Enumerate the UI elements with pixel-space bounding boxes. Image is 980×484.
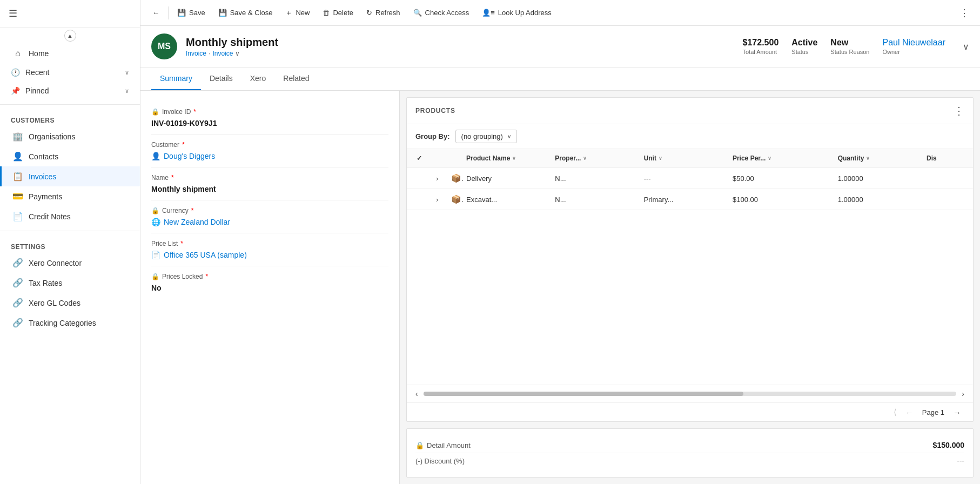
sidebar-item-invoices[interactable]: 📋 Invoices [0, 166, 140, 186]
td-product-icon-1: 📦 [448, 172, 463, 184]
sidebar-item-credit-notes[interactable]: 📄 Credit Notes [0, 206, 140, 226]
record-type1-link[interactable]: Invoice [186, 50, 206, 57]
tab-summary[interactable]: Summary [151, 68, 201, 90]
pinned-chevron-icon: ∨ [125, 88, 129, 95]
group-by-select[interactable]: (no grouping) ∨ [455, 130, 517, 143]
th-checkbox[interactable]: ✓ [413, 152, 433, 164]
td-discount-2 [923, 198, 966, 200]
total-amount-value: $172.500 [743, 38, 779, 48]
products-section: PRODUCTS ⋮ Group By: (no grouping) ∨ ✓ [406, 97, 974, 422]
scroll-thumb [424, 392, 743, 396]
tabs: Summary Details Xero Related [140, 68, 980, 91]
price-list-value[interactable]: 📄 Office 365 USA (sample) [151, 251, 388, 259]
sidebar-item-credit-notes-label: Credit Notes [29, 212, 71, 221]
th-discount: Dis [923, 152, 966, 164]
prices-locked-label: 🔒 Prices Locked* [151, 273, 388, 280]
xero-connector-icon: 🔗 [12, 258, 23, 268]
delete-button[interactable]: 🗑 Delete [316, 5, 360, 20]
delete-icon: 🗑 [323, 9, 330, 17]
sidebar-item-pinned[interactable]: 📌 Pinned ∨ [0, 82, 140, 100]
sidebar-item-organisations[interactable]: 🏢 Organisations [0, 126, 140, 146]
refresh-button[interactable]: ↻ Refresh [360, 5, 407, 20]
owner-value[interactable]: Paul Nieuwelaar [882, 38, 945, 48]
td-checkbox-1[interactable] [413, 177, 433, 179]
th-quantity[interactable]: Quantity ∨ [835, 152, 923, 164]
th-price-per[interactable]: Price Per... ∨ [729, 152, 835, 164]
save-close-button[interactable]: 💾 Save & Close [212, 5, 279, 20]
scroll-track[interactable] [424, 392, 957, 396]
td-quantity-1: 1.00000 [835, 173, 923, 184]
scroll-up-button[interactable]: ▲ [64, 30, 76, 42]
sidebar-item-xero-connector[interactable]: 🔗 Xero Connector [0, 253, 140, 273]
th-product-name[interactable]: Product Name ∨ [463, 152, 552, 164]
sidebar-item-tax-rates[interactable]: 🔗 Tax Rates [0, 273, 140, 293]
new-button[interactable]: ＋ New [279, 5, 316, 21]
td-expand-2[interactable]: › [433, 194, 448, 205]
organisations-icon: 🏢 [12, 131, 23, 142]
sidebar-header: ☰ [0, 0, 140, 28]
page-prev-button[interactable]: ← [902, 407, 917, 418]
sidebar-item-home-label: Home [29, 49, 49, 58]
save-button[interactable]: 💾 Save [171, 5, 212, 20]
meta-owner: Paul Nieuwelaar Owner [882, 38, 945, 55]
check-access-button[interactable]: 🔍 Check Access [407, 5, 476, 20]
unit-sort-icon: ∨ [659, 156, 662, 161]
status-label: Status [791, 49, 817, 55]
customers-section-label: Customers [0, 109, 140, 126]
customer-value[interactable]: 👤 Doug's Diggers [151, 152, 388, 160]
toolbar-more-icon[interactable]: ⋮ [954, 4, 975, 22]
page-first-button[interactable]: ⟨ [890, 406, 900, 418]
sidebar-item-xero-gl-codes[interactable]: 🔗 Xero GL Codes [0, 293, 140, 313]
hamburger-icon[interactable]: ☰ [9, 8, 17, 19]
th-property[interactable]: Proper... ∨ [552, 152, 640, 164]
record-type2-chevron-icon[interactable]: ∨ [235, 50, 240, 57]
pagination: ⟨ ← Page 1 → [407, 402, 973, 421]
sidebar-item-contacts[interactable]: 👤 Contacts [0, 146, 140, 166]
currency-lock-icon: 🔒 [151, 207, 159, 214]
contacts-icon: 👤 [12, 151, 23, 162]
currency-value[interactable]: 🌐 New Zealand Dollar [151, 218, 388, 226]
td-property-2: N... [552, 194, 640, 205]
sidebar-item-organisations-label: Organisations [29, 132, 75, 141]
sidebar-item-recent[interactable]: 🕐 Recent ∨ [0, 63, 140, 82]
sidebar-item-tax-rates-label: Tax Rates [29, 279, 62, 287]
recent-chevron-icon: ∨ [125, 69, 129, 76]
record-meta: $172.500 Total Amount Active Status New … [743, 38, 969, 55]
table-row: › 📦 Delivery N... --- $50.00 1.00000 [407, 168, 973, 189]
invoice-id-lock-icon: 🔒 [151, 108, 159, 116]
invoice-id-label: 🔒 Invoice ID* [151, 108, 388, 116]
sidebar-item-payments[interactable]: 💳 Payments [0, 186, 140, 206]
group-by-value: (no grouping) [461, 132, 503, 140]
status-reason-label: Status Reason [830, 49, 869, 55]
products-header: PRODUCTS ⋮ [407, 98, 973, 124]
checkbox-icon: ✓ [417, 154, 422, 162]
currency-field: 🔒 Currency* 🌐 New Zealand Dollar [151, 200, 388, 233]
record-expand-chevron-icon[interactable]: ∨ [963, 42, 969, 52]
scroll-right-arrow[interactable]: › [959, 388, 966, 399]
sidebar: ☰ ▲ ⌂ Home 🕐 Recent ∨ 📌 Pinned ∨ Custome… [0, 0, 140, 484]
sidebar-item-home[interactable]: ⌂ Home [0, 44, 140, 63]
tab-details[interactable]: Details [201, 68, 241, 90]
sidebar-item-tracking-categories-label: Tracking Categories [29, 319, 96, 327]
toolbar: ← 💾 Save 💾 Save & Close ＋ New 🗑 Delete ↻… [140, 0, 980, 26]
detail-amount-value: $150.000 [933, 441, 964, 449]
record-type2-link[interactable]: Invoice [212, 50, 233, 57]
invoices-icon: 📋 [12, 171, 23, 182]
sidebar-item-tracking-categories[interactable]: 🔗 Tracking Categories [0, 313, 140, 333]
save-icon: 💾 [177, 9, 186, 17]
td-expand-1[interactable]: › [433, 173, 448, 184]
save-close-icon: 💾 [218, 9, 227, 17]
back-button[interactable]: ← [146, 5, 166, 20]
td-price-per-1: $50.00 [729, 173, 835, 184]
page-next-button[interactable]: → [950, 407, 964, 418]
tab-xero[interactable]: Xero [241, 68, 275, 90]
th-unit[interactable]: Unit ∨ [641, 152, 729, 164]
sidebar-item-recent-label: Recent [25, 68, 49, 77]
td-checkbox-2[interactable] [413, 198, 433, 200]
tab-related[interactable]: Related [274, 68, 318, 90]
scroll-left-arrow[interactable]: ‹ [413, 388, 420, 399]
table-row: › 📦 Excavat... N... Primary... $100.00 1… [407, 189, 973, 210]
discount-value: --- [957, 456, 964, 465]
products-more-icon[interactable]: ⋮ [954, 104, 964, 117]
look-up-address-button[interactable]: 👤≡ Look Up Address [475, 5, 558, 20]
